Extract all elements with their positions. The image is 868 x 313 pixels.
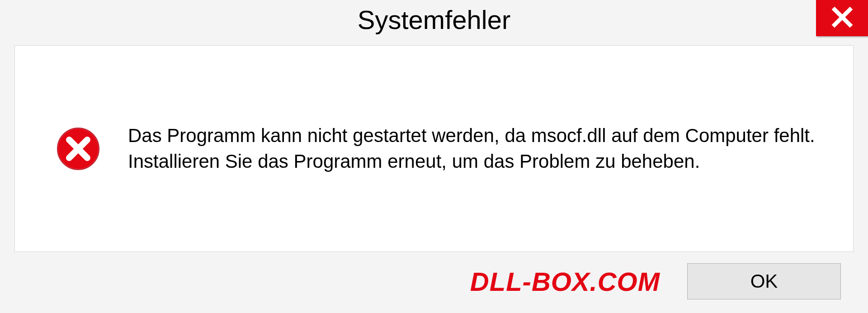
content-panel: Das Programm kann nicht gestartet werden… <box>14 45 854 252</box>
error-message: Das Programm kann nicht gestartet werden… <box>128 123 817 174</box>
error-dialog: Systemfehler Das Programm kann nicht ges… <box>0 0 868 313</box>
dialog-title: Systemfehler <box>358 5 510 35</box>
close-icon <box>831 6 854 30</box>
watermark-text: DLL-BOX.COM <box>470 266 660 297</box>
titlebar: Systemfehler <box>0 0 868 41</box>
close-button[interactable] <box>816 0 868 36</box>
ok-button[interactable]: OK <box>687 263 841 299</box>
error-icon <box>56 126 101 171</box>
dialog-footer: DLL-BOX.COM OK <box>0 252 868 313</box>
